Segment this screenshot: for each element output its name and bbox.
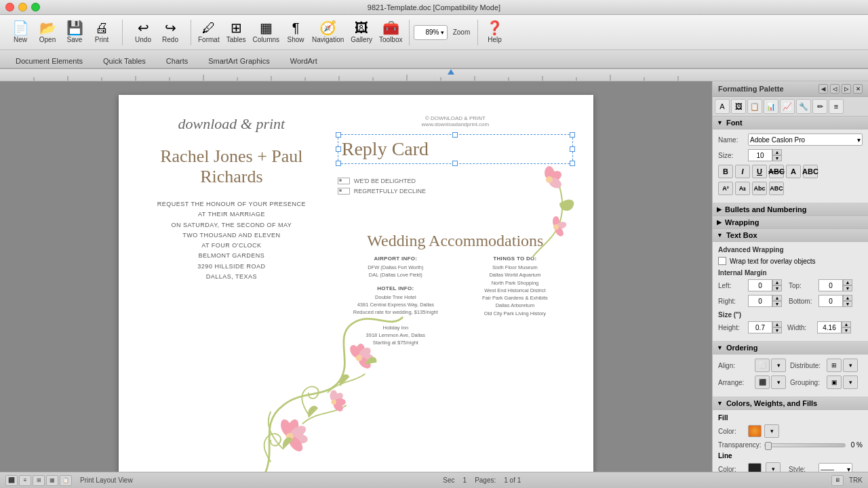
view-btn-1[interactable]: ⬛ — [5, 475, 18, 486]
bullets-section-header[interactable]: ▶ Bullets and Numbering — [713, 203, 868, 216]
arrange-btn[interactable]: ⬛ — [755, 375, 770, 389]
tab-wordart[interactable]: WordArt — [280, 54, 328, 68]
italic-button[interactable]: I — [735, 165, 750, 178]
width-down[interactable]: ▼ — [842, 327, 851, 333]
align-dropdown[interactable]: ▾ — [771, 359, 786, 372]
margin-bottom-input[interactable] — [818, 295, 843, 307]
help-button[interactable]: ❓ Help — [482, 20, 507, 45]
superscript-button[interactable]: A² — [718, 182, 733, 195]
line-style-dropdown[interactable]: —— ▾ — [818, 463, 852, 472]
fill-color-swatch[interactable] — [748, 425, 762, 437]
handle-tr[interactable] — [570, 132, 575, 138]
view-btn-5[interactable]: 📋 — [60, 475, 72, 486]
margin-left-down[interactable]: ▼ — [772, 285, 782, 291]
toolbox-button[interactable]: 🧰 Toolbox — [376, 20, 405, 45]
margin-top-down[interactable]: ▼ — [843, 285, 852, 291]
ordering-section-header[interactable]: ▼ Ordering — [713, 342, 868, 354]
handle-bl[interactable] — [336, 161, 341, 166]
bold-button[interactable]: B — [718, 165, 733, 178]
fill-color-dropdown[interactable]: ▾ — [764, 424, 779, 438]
palette-tool-6[interactable]: 🔧 — [796, 99, 811, 114]
handle-mr[interactable] — [570, 146, 575, 152]
view-btn-4[interactable]: ▦ — [46, 475, 58, 486]
font-size-input[interactable] — [748, 149, 772, 161]
gallery-button[interactable]: 🖼 Gallery — [348, 20, 375, 45]
new-button[interactable]: 📄 New — [8, 20, 33, 45]
line-color-swatch[interactable] — [748, 463, 762, 472]
margin-left-up[interactable]: ▲ — [772, 279, 782, 285]
strikethrough-button[interactable]: ABC — [769, 165, 784, 178]
width-up[interactable]: ▲ — [842, 321, 851, 327]
palette-icon-3[interactable]: ▷ — [842, 84, 851, 94]
palette-close[interactable]: ✕ — [853, 84, 863, 94]
navigation-button[interactable]: 🧭 Navigation — [309, 20, 347, 45]
arrange-dropdown[interactable]: ▾ — [771, 375, 786, 389]
margin-bottom-down[interactable]: ▼ — [843, 301, 852, 307]
show-button[interactable]: ¶ Show — [283, 20, 308, 45]
margin-right-up[interactable]: ▲ — [772, 295, 782, 301]
color-a-button[interactable]: A — [786, 165, 801, 178]
close-button[interactable] — [5, 3, 14, 12]
columns-button[interactable]: ▦ Columns — [250, 20, 282, 45]
highlight-button[interactable]: ABC — [803, 165, 818, 178]
handle-bm[interactable] — [452, 161, 458, 166]
handle-tm[interactable] — [452, 132, 458, 138]
tab-quick-tables[interactable]: Quick Tables — [93, 54, 156, 68]
wrap-overlay-checkbox[interactable] — [718, 257, 726, 265]
width-input[interactable] — [817, 321, 842, 333]
palette-tool-3[interactable]: 📋 — [747, 99, 762, 114]
underline-button[interactable]: U — [752, 165, 767, 178]
palette-tool-2[interactable]: 🖼 — [731, 99, 746, 114]
line-color-dropdown[interactable]: ▾ — [766, 462, 781, 472]
grouping-btn[interactable]: ▣ — [827, 375, 842, 389]
align-left-btn[interactable]: ⬜ — [755, 359, 770, 372]
palette-tool-5[interactable]: 📈 — [780, 99, 795, 114]
distribute-btn[interactable]: ⊞ — [827, 359, 842, 372]
smallcaps-button[interactable]: Abc — [752, 182, 767, 195]
colors-section-header[interactable]: ▼ Colors, Weights, and Fills — [713, 397, 868, 410]
height-down[interactable]: ▼ — [772, 327, 782, 333]
tab-charts[interactable]: Charts — [156, 54, 198, 68]
wrapping-section-header[interactable]: ▶ Wrapping — [713, 216, 868, 229]
grouping-dropdown[interactable]: ▾ — [843, 375, 858, 389]
zoom-button[interactable]: Zoom — [449, 27, 473, 37]
tab-smartart[interactable]: SmartArt Graphics — [198, 54, 279, 68]
view-btn-2[interactable]: ≡ — [19, 475, 31, 486]
textbox-section-header[interactable]: ▼ Text Box — [713, 229, 868, 242]
palette-tool-1[interactable]: A — [715, 99, 730, 114]
font-section-header[interactable]: ▼ Font — [713, 117, 868, 129]
reply-card-textbox[interactable]: Reply Card — [338, 134, 573, 164]
allcaps-button[interactable]: ABC — [769, 182, 784, 195]
height-input[interactable] — [748, 321, 772, 333]
document-area[interactable]: download & print Rachel Jones + Paul Ric… — [0, 81, 712, 472]
view-btn-3[interactable]: ⊞ — [33, 475, 45, 486]
save-button[interactable]: 💾 Save — [62, 20, 87, 45]
font-size-up[interactable]: ▲ — [772, 149, 782, 155]
margin-right-input[interactable] — [748, 295, 772, 307]
palette-tool-7[interactable]: ✏ — [812, 99, 827, 114]
palette-tool-8[interactable]: ≡ — [829, 99, 844, 114]
window-buttons[interactable] — [5, 3, 40, 12]
zoom-input[interactable] — [417, 28, 439, 36]
maximize-button[interactable] — [31, 3, 40, 12]
font-size-down[interactable]: ▼ — [772, 155, 782, 161]
font-name-dropdown[interactable]: Adobe Caslon Pro ▾ — [748, 134, 863, 146]
handle-ml[interactable] — [336, 146, 341, 152]
palette-icon-2[interactable]: ◁ — [830, 84, 840, 94]
print-button[interactable]: 🖨 Print — [90, 20, 114, 45]
format-button[interactable]: 🖊 Format — [195, 20, 222, 45]
redo-button[interactable]: ↪ Redo — [158, 20, 182, 45]
height-up[interactable]: ▲ — [772, 321, 782, 327]
margin-right-down[interactable]: ▼ — [772, 301, 782, 307]
undo-button[interactable]: ↩ Undo — [131, 20, 155, 45]
zoom-dropdown-arrow[interactable]: ▾ — [441, 29, 444, 36]
zoom-box[interactable]: ▾ — [414, 25, 448, 40]
margin-left-input[interactable] — [748, 279, 772, 291]
tab-document-elements[interactable]: Document Elements — [5, 54, 93, 68]
margin-bottom-up[interactable]: ▲ — [843, 295, 852, 301]
palette-icon-1[interactable]: ◀ — [818, 84, 828, 94]
distribute-dropdown[interactable]: ▾ — [843, 359, 858, 372]
open-button[interactable]: 📂 Open — [35, 20, 60, 45]
status-icon-1[interactable]: 🖥 — [831, 475, 844, 486]
transparency-slider[interactable] — [764, 443, 846, 447]
